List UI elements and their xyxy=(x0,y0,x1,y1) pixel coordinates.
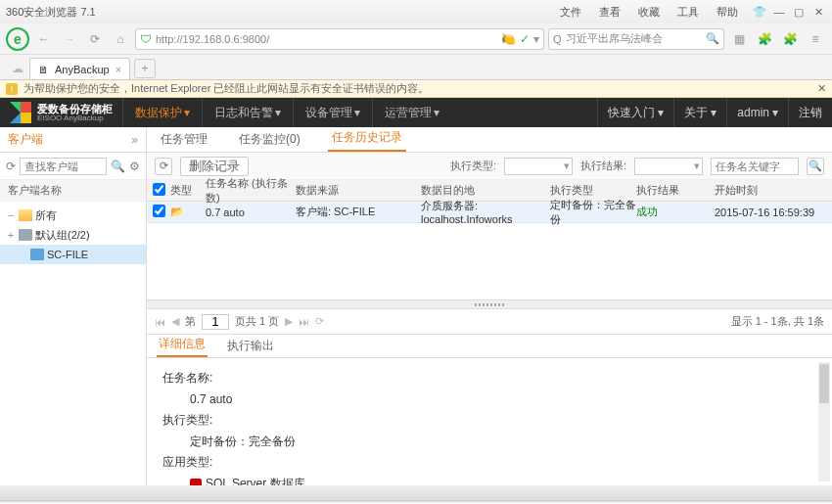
ext3-icon[interactable]: 🧩 xyxy=(779,28,801,50)
reload-button[interactable]: ⟳ xyxy=(84,28,106,50)
page-info: 显示 1 - 1条, 共 1条 xyxy=(731,314,824,329)
forward-button[interactable]: → xyxy=(59,28,80,50)
tree-node-sc-file[interactable]: SC-FILE xyxy=(0,245,146,264)
ext2-icon[interactable]: 🧩 xyxy=(754,28,775,50)
app-title: 360安全浏览器 7.1 xyxy=(6,5,546,20)
tab-task-history[interactable]: 任务历史记录 xyxy=(328,127,406,152)
menu-help[interactable]: 帮助 xyxy=(713,5,742,20)
max-icon[interactable]: ▢ xyxy=(791,5,807,19)
task-type-icon: 📂 xyxy=(170,206,184,217)
bookmark-icon[interactable]: 🍋 xyxy=(501,32,516,46)
col-name[interactable]: 任务名称 (执行条数) xyxy=(206,176,296,206)
nav-ops[interactable]: 运营管理▾ xyxy=(372,98,451,127)
detail-panel: 任务名称: 0.7 auto 执行类型: 定时备份：完全备份 应用类型: SQL… xyxy=(147,358,832,485)
compat-icon[interactable]: ✓ xyxy=(520,32,530,46)
search-box[interactable]: Q 习近平出席乌法峰会 🔍 xyxy=(548,28,724,50)
detail-app-value: SQL Server 数据库 xyxy=(162,474,816,485)
refresh-clients-icon[interactable]: ⟳ xyxy=(6,160,16,173)
warning-icon: ! xyxy=(6,83,18,95)
col-result[interactable]: 执行结果 xyxy=(636,183,715,198)
cell-start: 2015-07-16 16:59:39 xyxy=(715,206,832,218)
nav-device[interactable]: 设备管理▾ xyxy=(293,98,372,127)
min-icon[interactable]: — xyxy=(771,5,787,19)
sqlserver-icon xyxy=(190,479,202,485)
tab-exec-output[interactable]: 执行输出 xyxy=(225,335,276,357)
sidebar-title: 客户端 xyxy=(8,131,43,148)
ext1-icon[interactable]: ▦ xyxy=(728,28,750,50)
client-settings-icon[interactable]: ⚙ xyxy=(129,160,140,173)
page-first-icon[interactable]: ⏮ xyxy=(155,316,165,328)
search-task-button[interactable]: 🔍 xyxy=(807,158,824,175)
detail-app-label: 应用类型: xyxy=(162,452,816,474)
brand-en: EISOO AnyBackup xyxy=(37,115,113,122)
warning-text: 为帮助保护您的安全，Internet Explorer 已经阻止此网站显示有安全… xyxy=(23,81,429,96)
search-go-icon[interactable]: 🔍 xyxy=(706,32,719,45)
browser-tab[interactable]: 🗎 AnyBackup × xyxy=(29,58,130,79)
task-keyword-input[interactable] xyxy=(711,158,799,175)
detail-name-label: 任务名称: xyxy=(162,368,816,389)
menu-more-icon[interactable]: ≡ xyxy=(805,28,826,50)
address-bar[interactable]: 🛡 http://192.168.0.6:9800/ 🍋 ✓ ▾ xyxy=(135,28,544,50)
mode-dropdown-icon[interactable]: ▾ xyxy=(533,32,539,46)
url-text: http://192.168.0.6:9800/ xyxy=(156,33,497,45)
col-src[interactable]: 数据来源 xyxy=(296,183,421,198)
warning-close-icon[interactable]: ✕ xyxy=(817,82,826,95)
shield-icon: 🛡 xyxy=(140,32,152,46)
exec-result-combo[interactable]: ▾ xyxy=(634,158,703,175)
brand-cn: 爱数备份存储柜 xyxy=(37,104,113,115)
page-prev-icon[interactable]: ◀ xyxy=(171,315,179,328)
search-client-icon[interactable]: 🔍 xyxy=(111,160,125,173)
client-tree: −所有 +默认组(2/2) SC-FILE xyxy=(0,202,146,485)
tab-close-icon[interactable]: × xyxy=(116,64,121,75)
home-button[interactable]: ⌂ xyxy=(110,28,131,50)
refresh-history-button[interactable]: ⟳ xyxy=(155,158,172,175)
h-splitter[interactable] xyxy=(147,299,832,309)
cell-src: 客户端: SC-FILE xyxy=(296,205,421,219)
tab-title: AnyBackup xyxy=(55,64,110,75)
tree-node-all[interactable]: −所有 xyxy=(0,206,146,225)
link-about[interactable]: 关于▾ xyxy=(673,98,726,127)
page-label-post: 页共 1 页 xyxy=(235,314,279,329)
tab-detail-info[interactable]: 详细信息 xyxy=(157,333,208,357)
col-type[interactable]: 类型 xyxy=(170,183,206,198)
page-last-icon[interactable]: ⏭ xyxy=(299,316,309,328)
sidebar-collapse-icon[interactable]: » xyxy=(131,133,138,147)
link-logout[interactable]: 注销 xyxy=(788,98,832,127)
page-refresh-icon[interactable]: ⟳ xyxy=(315,315,324,328)
group-icon xyxy=(19,229,32,241)
col-start[interactable]: 开始时刻 xyxy=(715,183,832,198)
delete-records-button[interactable]: 删除记录 xyxy=(180,157,249,176)
col-dst[interactable]: 数据目的地 xyxy=(421,183,550,198)
tab-add-button[interactable]: + xyxy=(134,59,156,78)
exec-type-combo[interactable]: ▾ xyxy=(504,158,573,175)
cloud-icon[interactable]: ☁ xyxy=(12,62,23,75)
detail-exec-value: 定时备份：完全备份 xyxy=(162,432,816,453)
link-user[interactable]: admin▾ xyxy=(726,98,788,127)
tab-task-manage[interactable]: 任务管理 xyxy=(157,127,211,152)
row-checkbox[interactable] xyxy=(153,205,165,217)
client-search-input[interactable] xyxy=(20,158,107,175)
nav-data-protect[interactable]: 数据保护▾ xyxy=(122,98,202,127)
brand-logo-icon xyxy=(10,102,31,123)
detail-name-value: 0.7 auto xyxy=(162,389,816,411)
cell-result: 成功 xyxy=(636,205,715,219)
folder-icon xyxy=(19,209,32,221)
tree-node-default-group[interactable]: +默认组(2/2) xyxy=(0,225,146,245)
select-all-checkbox[interactable] xyxy=(153,183,165,196)
link-quickstart[interactable]: 快速入门▾ xyxy=(597,98,673,127)
menu-fav[interactable]: 收藏 xyxy=(634,5,664,20)
cell-dst: 介质服务器: localhost.Infoworks xyxy=(421,199,550,225)
close-icon[interactable]: ✕ xyxy=(810,5,826,19)
menu-file[interactable]: 文件 xyxy=(556,5,585,20)
detail-scrollbar[interactable] xyxy=(818,362,830,481)
tab-task-monitor[interactable]: 任务监控(0) xyxy=(235,127,304,152)
col-btype[interactable]: 执行类型 xyxy=(550,183,636,198)
page-next-icon[interactable]: ▶ xyxy=(285,315,293,328)
page-input[interactable] xyxy=(202,314,229,330)
history-strip xyxy=(0,485,832,501)
nav-log-alert[interactable]: 日志和告警▾ xyxy=(202,98,293,127)
menu-view[interactable]: 查看 xyxy=(595,5,624,20)
menu-tools[interactable]: 工具 xyxy=(673,5,703,20)
skin-icon[interactable]: 👕 xyxy=(752,5,767,19)
back-button[interactable]: ← xyxy=(33,28,55,50)
